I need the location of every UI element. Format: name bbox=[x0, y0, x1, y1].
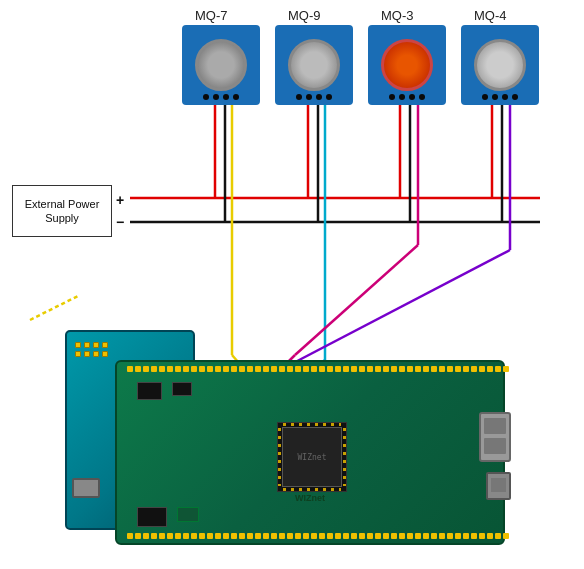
sensor-label-mq4: MQ-4 bbox=[474, 8, 507, 23]
sensor-mq4 bbox=[461, 25, 539, 105]
board-container: WIZnet WIZnet bbox=[65, 330, 525, 555]
svg-line-27 bbox=[30, 295, 80, 320]
pcb-main: WIZnet WIZnet bbox=[115, 360, 505, 545]
ethernet-port bbox=[479, 412, 511, 462]
power-supply-box: External Power Supply bbox=[12, 185, 112, 237]
main-chip: WIZnet bbox=[277, 422, 347, 492]
sensor-label-mq3: MQ-3 bbox=[381, 8, 414, 23]
sensor-mq3-pins bbox=[389, 94, 425, 100]
sensor-mq7-element bbox=[195, 39, 247, 91]
sensor-mq4-element bbox=[474, 39, 526, 91]
diagram-container: MQ-7 MQ-9 MQ-3 MQ-4 External Power Suppl… bbox=[0, 0, 584, 569]
sensor-label-mq7: MQ-7 bbox=[195, 8, 228, 23]
sensor-mq9-element bbox=[288, 39, 340, 91]
sensor-mq3-element bbox=[381, 39, 433, 91]
plus-symbol: + bbox=[116, 192, 124, 208]
power-supply-label: External Power Supply bbox=[13, 197, 111, 226]
sensor-mq9 bbox=[275, 25, 353, 105]
minus-symbol: − bbox=[116, 214, 124, 230]
sensor-mq7 bbox=[182, 25, 260, 105]
sensor-mq7-pins bbox=[203, 94, 239, 100]
usb-port bbox=[486, 472, 511, 500]
sensor-mq3 bbox=[368, 25, 446, 105]
sensor-label-mq9: MQ-9 bbox=[288, 8, 321, 23]
sensor-mq4-pins bbox=[482, 94, 518, 100]
sensor-mq9-pins bbox=[296, 94, 332, 100]
